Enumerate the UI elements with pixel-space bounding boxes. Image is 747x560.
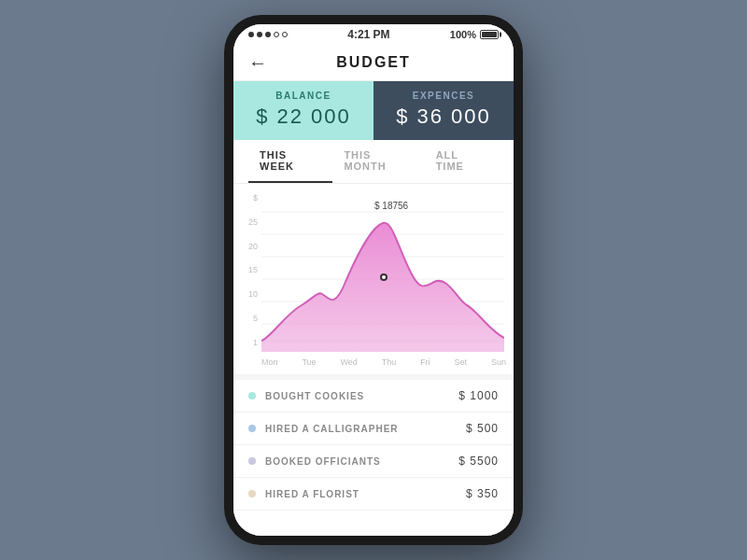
x-label-fri: Fri — [420, 357, 430, 367]
list-item: HIRED A CALLIGRAPHER $ 500 — [233, 413, 514, 445]
list-item: HIRED A FLORIST $ 350 — [233, 478, 514, 511]
tabs-row: THIS WEEK THIS MONTH ALL TIME — [233, 140, 514, 184]
battery-fill — [482, 32, 497, 37]
chart-tooltip: $ 18756 — [374, 201, 408, 211]
y-label-dollar: $ — [239, 193, 258, 203]
list-dot-3 — [248, 490, 256, 497]
chart-area — [261, 223, 504, 352]
list-dot-0 — [248, 392, 256, 399]
tooltip-dot — [380, 273, 388, 281]
y-label-1: 1 — [239, 338, 258, 347]
list-item-left-1: HIRED A CALLIGRAPHER — [248, 424, 399, 434]
signal-dot-3 — [265, 32, 271, 37]
list-item-amount-0: $ 1000 — [458, 389, 499, 402]
chart-y-labels: $ 25 20 15 10 5 1 — [239, 193, 258, 347]
expenses-card: EXPENCES $ 36 000 — [374, 81, 514, 140]
expense-list: BOUGHT COOKIES $ 1000 HIRED A CALLIGRAPH… — [233, 380, 514, 536]
chart-container: $ 25 20 15 10 5 1 $ 18756 — [233, 184, 514, 374]
app-header: ← BUDGET — [233, 45, 514, 81]
list-item: BOUGHT COOKIES $ 1000 — [233, 380, 514, 413]
status-time: 4:21 PM — [347, 28, 389, 41]
chart-x-labels: Mon Tue Wed Thu Fri Set Sun — [261, 356, 506, 371]
signal-dots — [248, 32, 288, 37]
list-item-name-2: BOOKED OFFICIANTS — [265, 456, 381, 467]
x-label-sun: Sun — [491, 357, 506, 367]
chart-svg — [261, 193, 504, 352]
signal-dot-1 — [248, 32, 254, 37]
list-item-name-0: BOUGHT COOKIES — [265, 391, 364, 401]
expenses-label: EXPENCES — [413, 91, 474, 101]
phone-screen: 4:21 PM 100% ← BUDGET BALANCE $ 22 000 E… — [233, 24, 514, 536]
list-item-left-2: BOOKED OFFICIANTS — [248, 456, 381, 467]
status-right: 100% — [450, 29, 499, 40]
cards-row: BALANCE $ 22 000 EXPENCES $ 36 000 — [233, 81, 514, 140]
y-label-10: 10 — [239, 289, 258, 299]
x-label-thu: Thu — [382, 357, 397, 367]
expenses-value: $ 36 000 — [396, 105, 491, 129]
balance-value: $ 22 000 — [256, 105, 351, 129]
back-button[interactable]: ← — [248, 52, 267, 74]
page-title: BUDGET — [336, 54, 411, 71]
y-label-25: 25 — [239, 217, 258, 227]
x-label-set: Set — [455, 357, 468, 367]
list-item-name-3: HIRED A FLORIST — [265, 489, 359, 499]
signal-dot-4 — [274, 32, 279, 37]
balance-card: BALANCE $ 22 000 — [233, 81, 374, 140]
battery-pct: 100% — [450, 29, 476, 40]
list-item-left-0: BOUGHT COOKIES — [248, 391, 364, 401]
list-item: BOOKED OFFICIANTS $ 5500 — [233, 445, 514, 478]
status-bar: 4:21 PM 100% — [233, 24, 514, 45]
list-item-amount-3: $ 350 — [466, 487, 499, 500]
signal-dot-5 — [282, 32, 288, 37]
list-dot-2 — [248, 457, 256, 465]
y-label-20: 20 — [239, 242, 258, 251]
signal-dot-2 — [257, 32, 262, 37]
chart-svg-wrapper: $ 18756 — [261, 193, 506, 356]
y-label-5: 5 — [239, 314, 258, 323]
x-label-mon: Mon — [261, 357, 278, 367]
y-label-15: 15 — [239, 265, 258, 274]
battery-icon — [480, 30, 499, 39]
list-item-amount-1: $ 500 — [466, 422, 499, 435]
tab-all-time[interactable]: ALL TIME — [425, 140, 499, 183]
list-dot-1 — [248, 425, 256, 432]
x-label-wed: Wed — [340, 357, 357, 367]
list-item-name-1: HIRED A CALLIGRAPHER — [265, 424, 399, 434]
x-label-tue: Tue — [302, 357, 316, 367]
list-item-amount-2: $ 5500 — [458, 455, 499, 468]
tab-this-week[interactable]: THIS WEEK — [248, 140, 332, 183]
balance-label: BALANCE — [275, 91, 331, 101]
phone-frame: 4:21 PM 100% ← BUDGET BALANCE $ 22 000 E… — [224, 15, 523, 545]
list-item-left-3: HIRED A FLORIST — [248, 489, 359, 499]
tab-this-month[interactable]: THIS MONTH — [332, 140, 424, 183]
